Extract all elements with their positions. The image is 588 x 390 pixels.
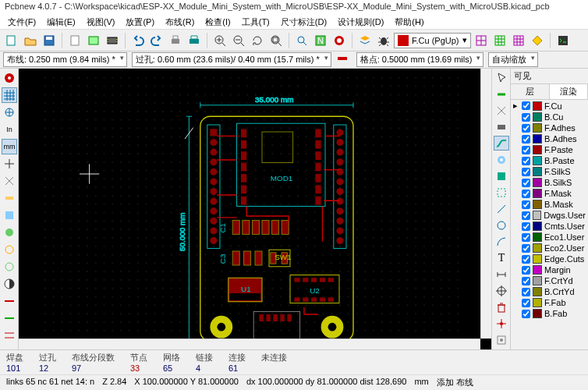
layer-color-swatch[interactable] xyxy=(533,254,542,264)
layer-color-swatch[interactable] xyxy=(533,232,542,242)
layer-visible-checkbox[interactable] xyxy=(522,113,530,122)
layer-color-swatch[interactable] xyxy=(533,276,542,285)
tab-layers[interactable]: 层 xyxy=(511,84,550,99)
add-dimension-icon[interactable] xyxy=(494,268,509,282)
bug-icon[interactable] xyxy=(375,32,392,49)
add-text-icon[interactable]: T xyxy=(494,251,509,266)
module-editor-icon[interactable] xyxy=(104,32,121,49)
layer-visible-checkbox[interactable] xyxy=(522,124,530,133)
polar-icon[interactable] xyxy=(2,105,17,120)
ratsnest-icon[interactable] xyxy=(2,173,17,189)
layer-setup-icon[interactable] xyxy=(356,32,374,49)
layer-visible-checkbox[interactable] xyxy=(522,190,530,198)
grid3-icon[interactable] xyxy=(510,32,527,49)
layer-color-swatch[interactable] xyxy=(533,298,542,307)
layer-row[interactable]: Eco1.User xyxy=(511,232,588,243)
layer-row[interactable]: B.Mask xyxy=(511,199,588,210)
zoom-fit-icon[interactable] xyxy=(267,32,285,49)
layer-row[interactable]: Eco2.User xyxy=(511,243,588,254)
vertical-scrollbar[interactable] xyxy=(480,69,491,339)
layer-color-swatch[interactable] xyxy=(533,309,542,318)
mm-unit-icon[interactable]: mm xyxy=(2,139,17,154)
layer-visible-checkbox[interactable] xyxy=(522,179,530,187)
undo-icon[interactable] xyxy=(129,32,147,49)
layer-row[interactable]: F.Paste xyxy=(511,144,588,155)
layer-row[interactable]: F.SilkS xyxy=(511,166,588,177)
grid2-icon[interactable] xyxy=(491,32,508,49)
cursor-shape-icon[interactable] xyxy=(2,156,17,172)
mode1-icon[interactable] xyxy=(2,293,17,309)
horizontal-scrollbar[interactable] xyxy=(19,339,480,349)
zoom-redraw-icon[interactable] xyxy=(249,32,266,49)
route-track-icon[interactable] xyxy=(494,136,509,151)
layer-color-swatch[interactable] xyxy=(533,101,542,111)
zoom-combo[interactable]: 自动缩放 xyxy=(488,52,538,67)
layer-color-swatch[interactable] xyxy=(533,178,542,187)
layer-row[interactable]: B.CrtYd xyxy=(511,286,588,297)
layer-color-swatch[interactable] xyxy=(533,167,542,176)
grid1-icon[interactable] xyxy=(473,32,490,49)
page-settings-icon[interactable] xyxy=(66,32,83,49)
redo-icon[interactable] xyxy=(148,32,165,49)
layer-visible-checkbox[interactable] xyxy=(522,310,530,318)
auto-del-icon[interactable] xyxy=(2,190,17,206)
layer-row[interactable]: Margin xyxy=(511,264,588,275)
add-target-icon[interactable] xyxy=(494,284,509,299)
layer-color-swatch[interactable] xyxy=(533,243,542,253)
mode2-icon[interactable] xyxy=(2,310,17,326)
layer-color-swatch[interactable] xyxy=(533,123,542,133)
layer-visible-checkbox[interactable] xyxy=(522,233,530,242)
layer-visible-checkbox[interactable] xyxy=(522,255,530,264)
layer-visible-checkbox[interactable] xyxy=(522,157,530,165)
layer-visible-checkbox[interactable] xyxy=(522,288,530,296)
menu-help[interactable]: 帮助(H) xyxy=(390,16,428,27)
layer-visible-checkbox[interactable] xyxy=(522,266,530,275)
layer-visible-checkbox[interactable] xyxy=(522,244,530,253)
mode3-icon[interactable] xyxy=(2,328,17,343)
add-circle-icon[interactable] xyxy=(494,218,509,233)
trace-width-combo[interactable]: 布线: 0.250 mm (9.84 mils) * xyxy=(3,52,127,67)
layer-row[interactable]: Dwgs.User xyxy=(511,210,588,221)
layer-visible-checkbox[interactable] xyxy=(522,135,530,144)
layer-row[interactable]: F.CrtYd xyxy=(511,275,588,286)
via-size-combo[interactable]: 过孔: 0.60 mm (23.6 mils)/ 0.40 mm (15.7 m… xyxy=(132,52,331,67)
layer-visible-checkbox[interactable] xyxy=(522,200,530,209)
inch-unit-icon[interactable]: In xyxy=(2,122,17,137)
layer-visible-checkbox[interactable] xyxy=(522,146,530,154)
print-icon[interactable] xyxy=(167,32,184,49)
script-icon[interactable] xyxy=(554,32,572,49)
new-icon[interactable] xyxy=(3,32,20,49)
save-icon[interactable] xyxy=(41,32,58,49)
layer-row[interactable]: B.SilkS xyxy=(511,177,588,188)
find-icon[interactable] xyxy=(293,32,310,49)
via-outline-icon[interactable] xyxy=(2,242,17,257)
grid-combo[interactable]: 格点: 0.5000 mm (19.69 mils) xyxy=(356,52,484,67)
show-zone-icon[interactable] xyxy=(2,207,17,223)
menu-place[interactable]: 放置(P) xyxy=(121,16,159,27)
menu-route[interactable]: 布线(R) xyxy=(161,16,199,27)
layer-row[interactable]: F.Adhes xyxy=(511,122,588,133)
layer-visible-checkbox[interactable] xyxy=(522,222,530,231)
layer-color-swatch[interactable] xyxy=(533,265,542,275)
zoom-out-icon[interactable] xyxy=(230,32,247,49)
layer-color-swatch[interactable] xyxy=(533,287,542,296)
grid-origin-icon[interactable] xyxy=(494,333,509,348)
layer-row[interactable]: F.Fab xyxy=(511,297,588,308)
menu-file[interactable]: 文件(F) xyxy=(3,16,41,27)
grid4-icon[interactable] xyxy=(529,32,546,49)
track-outline-icon[interactable] xyxy=(2,259,17,275)
zoom-in-icon[interactable] xyxy=(211,32,228,49)
local-ratsnest-icon[interactable] xyxy=(494,103,509,118)
add-module-icon[interactable] xyxy=(494,119,509,134)
contrast-icon[interactable] xyxy=(2,276,17,292)
highlight-net-icon[interactable] xyxy=(494,87,509,101)
layer-color-swatch[interactable] xyxy=(533,134,542,144)
add-via-icon[interactable] xyxy=(494,152,509,167)
layer-row[interactable]: Edge.Cuts xyxy=(511,254,588,264)
menu-edit[interactable]: 编辑(E) xyxy=(42,16,80,27)
tab-render[interactable]: 渲染 xyxy=(550,84,589,99)
layer-visible-checkbox[interactable] xyxy=(522,101,530,110)
layer-color-swatch[interactable] xyxy=(533,156,542,165)
pad-outline-icon[interactable] xyxy=(2,225,17,240)
delete-icon[interactable] xyxy=(494,300,509,315)
